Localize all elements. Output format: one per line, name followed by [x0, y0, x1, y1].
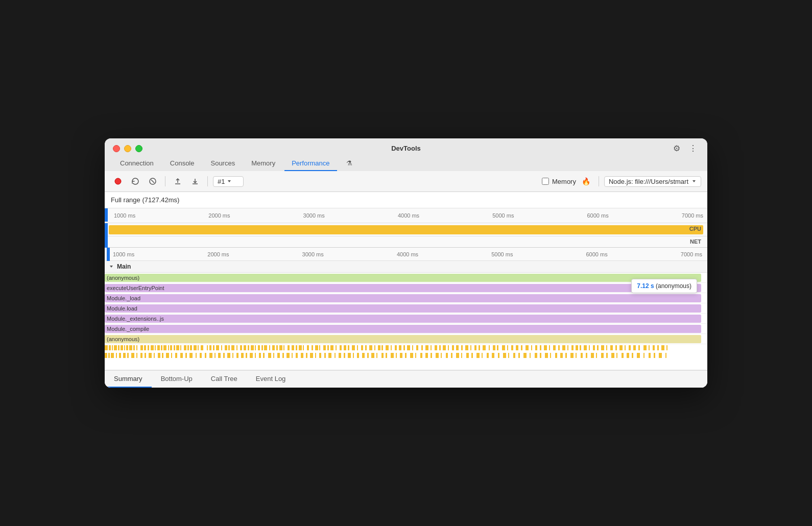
svg-rect-150	[116, 353, 117, 358]
net-label: NET	[690, 238, 701, 245]
svg-rect-23	[155, 345, 156, 350]
svg-rect-153	[127, 353, 129, 358]
svg-rect-145	[661, 345, 664, 350]
svg-rect-262	[659, 353, 662, 358]
svg-rect-169	[200, 353, 202, 358]
svg-rect-29	[174, 345, 175, 350]
svg-rect-121	[553, 345, 556, 350]
svg-rect-73	[340, 345, 342, 350]
svg-rect-18	[136, 345, 137, 350]
svg-rect-82	[378, 345, 380, 350]
node-selector[interactable]: Node.js: file:///Users/stmart	[604, 176, 701, 187]
tab-sources[interactable]: Sources	[203, 156, 242, 171]
svg-rect-163	[171, 353, 172, 358]
ruler-mark: 1000 ms	[114, 212, 135, 219]
svg-rect-206	[371, 353, 374, 358]
minimize-button[interactable]	[124, 145, 131, 152]
more-options-icon[interactable]: ⋮	[687, 142, 699, 155]
ruler-mark2: 6000 ms	[586, 251, 607, 257]
flame-bar-module-load[interactable]: Module._load	[105, 294, 701, 302]
timeline-header-1: 1000 ms 2000 ms 3000 ms 4000 ms 5000 ms …	[105, 208, 707, 223]
svg-rect-205	[367, 353, 369, 358]
second-ruler-marks: 1000 ms 2000 ms 3000 ms 4000 ms 5000 ms …	[110, 251, 705, 257]
flame-bar-anonymous-2[interactable]: (anonymous)	[105, 335, 701, 343]
svg-rect-146	[666, 345, 667, 350]
download-button[interactable]	[188, 174, 202, 188]
left-handle-cpu	[105, 223, 108, 236]
maximize-button[interactable]	[135, 145, 142, 152]
svg-rect-120	[549, 345, 550, 350]
svg-rect-115	[526, 345, 529, 350]
svg-rect-131	[597, 345, 599, 350]
tab-connection[interactable]: Connection	[113, 156, 161, 171]
svg-rect-43	[225, 345, 227, 350]
svg-rect-128	[584, 345, 587, 350]
clear-button[interactable]	[146, 174, 160, 188]
svg-rect-50	[251, 345, 254, 350]
svg-rect-227	[476, 353, 480, 358]
svg-rect-129	[589, 345, 590, 350]
titlebar-actions: ⚙ ⋮	[671, 142, 699, 155]
svg-rect-42	[221, 345, 222, 350]
tab-console[interactable]: Console	[163, 156, 202, 171]
svg-rect-135	[615, 345, 617, 350]
ruler-mark2: 2000 ms	[207, 251, 229, 257]
svg-rect-96	[439, 345, 441, 350]
flame-chart[interactable]: Main (anonymous) executeUserEntryPoint 7…	[105, 261, 707, 370]
tab-event-log[interactable]: Event Log	[247, 371, 295, 388]
svg-rect-79	[365, 345, 367, 350]
svg-rect-91	[416, 345, 418, 350]
svg-rect-196	[324, 353, 326, 358]
flame-bar-module-extensions[interactable]: Module._extensions..js	[105, 315, 701, 323]
svg-rect-56	[272, 345, 275, 350]
svg-rect-109	[497, 345, 498, 350]
recording-selector[interactable]: #1	[213, 176, 244, 187]
svg-rect-80	[369, 345, 372, 350]
settings-icon[interactable]: ⚙	[671, 142, 683, 155]
ruler-mark: 6000 ms	[587, 212, 608, 219]
flame-row-anonymous-2: (anonymous)	[105, 334, 707, 344]
flame-bar-module-compile[interactable]: Module._compile	[105, 325, 701, 333]
reload-button[interactable]	[128, 174, 142, 188]
svg-rect-32	[184, 345, 186, 350]
tab-summary[interactable]: Summary	[105, 371, 152, 388]
svg-rect-24	[157, 345, 160, 350]
svg-rect-156	[140, 353, 142, 358]
tab-memory[interactable]: Memory	[244, 156, 282, 171]
svg-rect-111	[507, 345, 508, 350]
svg-rect-30	[176, 345, 179, 350]
svg-rect-93	[425, 345, 428, 350]
svg-rect-198	[335, 353, 336, 358]
record-button[interactable]	[111, 174, 125, 188]
memory-checkbox[interactable]	[542, 178, 549, 185]
svg-rect-139	[633, 345, 636, 350]
svg-rect-144	[657, 345, 659, 350]
collapse-icon[interactable]	[109, 264, 114, 269]
tab-bottom-up[interactable]: Bottom-Up	[152, 371, 202, 388]
svg-rect-67	[315, 345, 318, 350]
tab-performance[interactable]: Performance	[284, 156, 337, 171]
flame-bar-anonymous-1[interactable]: (anonymous)	[105, 274, 701, 282]
svg-rect-48	[244, 345, 246, 350]
svg-rect-85	[391, 345, 392, 350]
tab-flask[interactable]: ⚗	[339, 156, 360, 171]
svg-rect-147	[105, 353, 107, 358]
svg-rect-207	[376, 353, 377, 358]
svg-rect-236	[523, 353, 527, 358]
svg-rect-103	[470, 345, 471, 350]
upload-button[interactable]	[171, 174, 185, 188]
svg-rect-89	[407, 345, 410, 350]
flame-bar-module-load2[interactable]: Module.load	[105, 304, 701, 313]
close-button[interactable]	[113, 145, 120, 152]
svg-rect-27	[168, 345, 169, 350]
svg-rect-19	[140, 345, 143, 350]
flame-bar-execute[interactable]: executeUserEntryPoint	[105, 284, 701, 292]
devtools-window: DevTools ⚙ ⋮ Connection Console Sources …	[105, 138, 707, 388]
flame-icon-button[interactable]: 🔥	[579, 174, 593, 188]
svg-rect-242	[555, 353, 557, 358]
svg-rect-168	[196, 353, 197, 358]
svg-rect-106	[483, 345, 486, 350]
svg-rect-53	[261, 345, 263, 350]
tab-call-tree[interactable]: Call Tree	[202, 371, 247, 388]
svg-rect-9	[109, 345, 111, 350]
